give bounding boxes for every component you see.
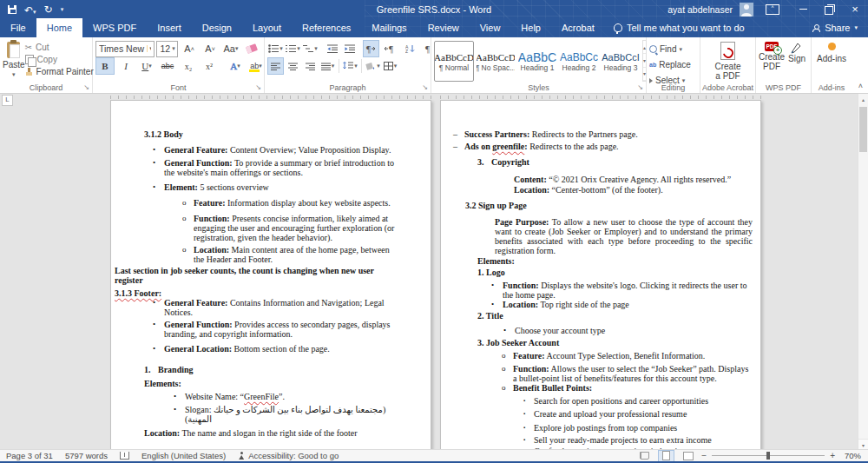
paste-button[interactable]: Paste ▾ bbox=[3, 40, 25, 81]
doc-line[interactable]: 3.1.3 Footer: bbox=[115, 288, 401, 298]
doc-line[interactable]: •General Function: Provides access to se… bbox=[153, 320, 401, 339]
cut-button[interactable]: ✂Cut bbox=[25, 43, 94, 52]
borders-button[interactable]: ▾ bbox=[382, 57, 398, 75]
doc-line[interactable]: ▪Search for open positions and career op… bbox=[523, 396, 753, 406]
create-a-pdf-button[interactable]: Create a PDF bbox=[703, 42, 753, 81]
doc-line[interactable]: ▪Sell your ready-made projects to earn e… bbox=[523, 435, 753, 445]
clipboard-dialog-launcher[interactable]: ↘ bbox=[83, 84, 89, 91]
account-avatar[interactable] bbox=[740, 3, 753, 17]
web-layout-button[interactable] bbox=[680, 450, 696, 462]
strikethrough-button[interactable]: abc bbox=[158, 57, 177, 75]
copy-button[interactable]: Copy bbox=[25, 55, 94, 64]
doc-line[interactable]: 3.2 Sign up Page bbox=[465, 201, 753, 210]
read-mode-button[interactable] bbox=[636, 450, 653, 462]
doc-line[interactable]: •Choose your account type bbox=[503, 326, 753, 335]
vertical-scrollbar[interactable]: ▴ ▾ bbox=[858, 94, 868, 450]
doc-line[interactable]: –Success Partners: Redirects to the Part… bbox=[453, 129, 753, 139]
replace-button[interactable]: abReplace bbox=[649, 58, 697, 71]
style-normal[interactable]: AaBbCcD¶ Normal bbox=[434, 41, 474, 82]
zoom-in-button[interactable]: + bbox=[830, 451, 835, 460]
align-left-button[interactable] bbox=[267, 57, 284, 75]
doc-line[interactable]: 1. Logo bbox=[477, 268, 753, 277]
multilevel-list-button[interactable]: ▾ bbox=[302, 40, 319, 57]
doc-line[interactable]: •General Function: To provide a summary … bbox=[153, 158, 401, 177]
tab-layout[interactable]: Layout bbox=[242, 18, 292, 37]
font-size-combo[interactable]: 12▾ bbox=[156, 41, 178, 57]
subscript-button[interactable]: x₂ bbox=[179, 57, 198, 75]
account-name[interactable]: ayat abdelnaser bbox=[667, 4, 733, 15]
bold-button[interactable]: B bbox=[95, 57, 115, 75]
tab-design[interactable]: Design bbox=[192, 18, 242, 37]
tab-help[interactable]: Help bbox=[510, 18, 551, 37]
language-status[interactable]: English (United States) bbox=[135, 451, 232, 460]
doc-line[interactable]: Last section in job seeker counts, the c… bbox=[115, 266, 401, 285]
justify-button[interactable]: ▾ bbox=[319, 57, 336, 75]
text-effects-button[interactable]: A▾ bbox=[226, 57, 245, 75]
italic-button[interactable]: I bbox=[116, 57, 135, 75]
doc-line[interactable]: •General Location: Bottom section of the… bbox=[153, 344, 401, 354]
close-button[interactable]: × bbox=[842, 0, 868, 18]
doc-line[interactable]: Page Purpose: To allow a new user to cho… bbox=[495, 217, 753, 255]
doc-line[interactable]: Elements: bbox=[144, 379, 401, 388]
align-center-button[interactable] bbox=[285, 57, 301, 75]
change-case-button[interactable]: Aa▾ bbox=[221, 40, 240, 57]
style-heading-3[interactable]: AaBbCcIHeading 3 bbox=[601, 41, 641, 82]
paragraph-dialog-launcher[interactable]: ↘ bbox=[422, 84, 428, 91]
zoom-out-button[interactable]: − bbox=[701, 451, 707, 460]
doc-line[interactable]: •Element: 5 sections overview bbox=[153, 182, 401, 192]
doc-line[interactable]: 1.Branding bbox=[144, 365, 401, 374]
increase-indent-button[interactable] bbox=[341, 40, 358, 57]
doc-line[interactable]: 2. Title bbox=[477, 311, 753, 321]
numbering-button[interactable]: ▾ bbox=[285, 40, 301, 57]
tab-review[interactable]: Review bbox=[418, 18, 470, 37]
tab-stop-selector[interactable]: L bbox=[2, 95, 13, 106]
doc-line[interactable]: Location: “Center-bottom” (of the footer… bbox=[514, 185, 753, 195]
doc-line[interactable]: oBenefit Bullet Points: bbox=[502, 383, 753, 393]
tab-mailings[interactable]: Mailings bbox=[361, 18, 417, 37]
doc-line[interactable]: 3.1.2 Body bbox=[144, 129, 401, 139]
format-painter-button[interactable]: Format Painter bbox=[25, 67, 94, 76]
save-icon[interactable] bbox=[8, 5, 16, 14]
tab-wps-pdf[interactable]: WPS PDF bbox=[82, 18, 147, 37]
customize-qat-button[interactable]: ▾ bbox=[61, 6, 64, 13]
zoom-level[interactable]: 70% bbox=[840, 451, 861, 460]
word-count-status[interactable]: 5797 words bbox=[59, 451, 114, 460]
zoom-slider-thumb[interactable] bbox=[766, 452, 770, 460]
doc-line[interactable]: •Slogan: (مجتمعنا يهدف لتواصل بناء بين ا… bbox=[174, 405, 401, 424]
collapse-ribbon-button[interactable]: ˄ bbox=[858, 82, 863, 90]
sort-button[interactable]: AZ bbox=[402, 40, 418, 57]
share-button[interactable]: Share ▾ bbox=[801, 18, 868, 37]
style-no-spac[interactable]: AaBbCcD¶ No Spac... bbox=[476, 41, 516, 82]
wps-create-pdf-button[interactable]: PDF Create PDF bbox=[759, 42, 785, 81]
doc-line[interactable]: •General Feature: Contains Information a… bbox=[153, 298, 401, 317]
tab-file[interactable]: File bbox=[0, 18, 36, 37]
shading-button[interactable]: ▾ bbox=[365, 57, 381, 75]
doc-line[interactable]: oFunction: Presents concise information,… bbox=[182, 214, 401, 242]
shrink-font-button[interactable]: A bbox=[201, 40, 220, 57]
redo-button[interactable]: ↻ bbox=[44, 4, 53, 15]
tab-acrobat[interactable]: Acrobat bbox=[551, 18, 605, 37]
page-number-status[interactable]: Page 3 of 31 bbox=[0, 451, 59, 460]
tab-view[interactable]: View bbox=[470, 18, 511, 37]
ltr-direction-button[interactable]: ¶ bbox=[363, 40, 379, 57]
scrollbar-thumb[interactable] bbox=[859, 107, 867, 152]
doc-line[interactable]: 3.Copyright bbox=[477, 157, 753, 167]
font-family-combo[interactable]: Times New Roman▾ bbox=[95, 41, 155, 57]
addins-button[interactable]: Add-ins bbox=[814, 40, 849, 63]
styles-scroll-up[interactable]: ▴ bbox=[643, 41, 646, 54]
ribbon-display-options-icon[interactable]: ˄ bbox=[766, 4, 779, 15]
find-button[interactable]: Find▾ bbox=[649, 43, 697, 56]
proofing-status[interactable] bbox=[114, 452, 135, 460]
rtl-direction-button[interactable]: ¶ bbox=[380, 40, 397, 57]
undo-button[interactable]: ↶▾ bbox=[24, 2, 36, 17]
doc-line[interactable]: oFeature: Information display about key … bbox=[182, 198, 401, 208]
tell-me-box[interactable]: Tell me what you want to do bbox=[605, 18, 753, 37]
doc-line[interactable]: Location: The name and slogan in the rig… bbox=[144, 428, 401, 438]
doc-line[interactable]: 3. Job Seeker Account bbox=[477, 338, 753, 347]
align-right-button[interactable] bbox=[302, 57, 319, 75]
line-spacing-button[interactable]: ▾ bbox=[342, 57, 358, 75]
superscript-button[interactable]: x² bbox=[200, 57, 219, 75]
restore-button[interactable] bbox=[816, 0, 842, 18]
style-heading-1[interactable]: AaBbCHeading 1 bbox=[517, 41, 557, 82]
underline-button[interactable]: U▾ bbox=[137, 57, 156, 75]
